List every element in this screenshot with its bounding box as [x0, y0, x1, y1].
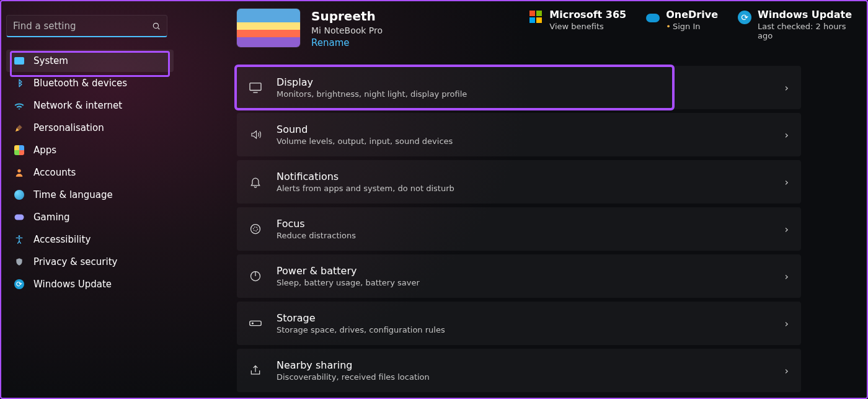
- personalisation-icon: [14, 122, 25, 133]
- nav-label: Privacy & security: [33, 256, 117, 267]
- chevron-right-icon: ›: [785, 271, 789, 282]
- svg-rect-11: [250, 321, 261, 325]
- svg-point-2: [17, 169, 20, 173]
- row-sub: Alerts from apps and system, do not dist…: [277, 184, 454, 193]
- svg-point-7: [251, 225, 260, 234]
- nav-accessibility[interactable]: Accessibility: [6, 228, 174, 251]
- row-storage[interactable]: StorageStorage space, drives, configurat…: [237, 302, 801, 345]
- nav-label: Gaming: [33, 212, 70, 223]
- chevron-right-icon: ›: [785, 176, 789, 188]
- device-info: Supreeth Mi NoteBook Pro Rename: [311, 9, 383, 48]
- device-model: Mi NoteBook Pro: [311, 25, 383, 35]
- display-icon: [248, 82, 263, 93]
- svg-line-1: [158, 27, 160, 29]
- search-box[interactable]: [6, 15, 167, 37]
- chevron-right-icon: ›: [785, 318, 789, 330]
- chevron-right-icon: ›: [785, 82, 789, 94]
- row-nearby-sharing[interactable]: Nearby sharingDiscoverability, received …: [237, 349, 801, 392]
- chevron-right-icon: ›: [785, 223, 789, 235]
- nav-list: System Bluetooth & devices Network & int…: [6, 50, 174, 295]
- onedrive-card[interactable]: OneDrive •Sign In: [646, 9, 727, 48]
- svg-rect-5: [250, 83, 261, 91]
- row-sub: Reduce distractions: [277, 231, 356, 240]
- row-title: Storage: [277, 312, 445, 324]
- nav-label: Personalisation: [33, 122, 104, 133]
- svg-rect-3: [15, 215, 24, 220]
- storage-icon: [248, 319, 263, 328]
- row-focus[interactable]: FocusReduce distractions ›: [237, 207, 801, 251]
- network-icon: [14, 100, 25, 111]
- system-icon: [14, 55, 25, 66]
- nav-accounts[interactable]: Accounts: [6, 161, 174, 184]
- row-sub: Discoverability, received files location: [277, 372, 430, 382]
- row-sub: Monitors, brightness, night light, displ…: [277, 89, 467, 99]
- card-title: OneDrive: [666, 9, 718, 20]
- nav-apps[interactable]: Apps: [6, 139, 174, 161]
- row-title: Focus: [277, 218, 356, 230]
- nav-system[interactable]: System: [6, 50, 174, 72]
- windows-update-icon: ⟳: [14, 279, 25, 290]
- row-sound[interactable]: SoundVolume levels, output, input, sound…: [237, 113, 801, 156]
- nav-label: System: [33, 55, 68, 66]
- svg-point-12: [252, 323, 254, 324]
- windows-update-card[interactable]: ⟳ Windows Update Last checked: 2 hours a…: [738, 9, 859, 48]
- card-title: Windows Update: [758, 9, 851, 20]
- sidebar: System Bluetooth & devices Network & int…: [6, 15, 174, 295]
- search-icon: [152, 22, 161, 30]
- search-input[interactable]: [13, 20, 149, 32]
- rename-link[interactable]: Rename: [311, 37, 383, 48]
- row-title: Notifications: [277, 171, 454, 182]
- notifications-icon: [248, 176, 263, 188]
- nav-label: Time & language: [33, 189, 113, 200]
- nav-label: Apps: [33, 145, 56, 156]
- row-sub: Storage space, drives, configuration rul…: [277, 325, 445, 334]
- ms365-icon: [529, 11, 543, 24]
- svg-point-4: [19, 235, 20, 237]
- row-title: Nearby sharing: [277, 359, 430, 371]
- card-title: Microsoft 365: [549, 9, 626, 20]
- row-power-battery[interactable]: Power & batterySleep, battery usage, bat…: [237, 254, 801, 298]
- card-sub: View benefits: [549, 22, 626, 31]
- nav-label: Accounts: [33, 167, 76, 178]
- nav-label: Network & internet: [33, 100, 122, 111]
- nav-time-language[interactable]: Time & language: [6, 184, 174, 206]
- card-sub: Last checked: 2 hours ago: [758, 22, 851, 40]
- row-sub: Volume levels, output, input, sound devi…: [277, 137, 453, 146]
- chevron-right-icon: ›: [785, 365, 789, 377]
- nav-gaming[interactable]: Gaming: [6, 206, 174, 228]
- nav-privacy-security[interactable]: Privacy & security: [6, 251, 174, 273]
- accounts-icon: [14, 167, 25, 178]
- gaming-icon: [14, 212, 25, 223]
- nav-windows-update[interactable]: ⟳ Windows Update: [6, 273, 174, 295]
- bluetooth-icon: [14, 78, 25, 89]
- row-sub: Sleep, battery usage, battery saver: [277, 278, 420, 287]
- privacy-icon: [14, 256, 25, 267]
- power-icon: [248, 270, 263, 282]
- row-title: Power & battery: [277, 265, 420, 277]
- device-thumbnail: [237, 9, 300, 47]
- onedrive-icon: [646, 11, 660, 24]
- nav-personalisation[interactable]: Personalisation: [6, 117, 174, 139]
- header: Supreeth Mi NoteBook Pro Rename Microsof…: [237, 9, 859, 48]
- apps-icon: [14, 145, 25, 156]
- nav-label: Bluetooth & devices: [33, 78, 127, 89]
- time-language-icon: [14, 189, 25, 200]
- row-notifications[interactable]: NotificationsAlerts from apps and system…: [237, 160, 801, 204]
- microsoft-365-card[interactable]: Microsoft 365 View benefits: [529, 9, 635, 48]
- system-settings-list: DisplayMonitors, brightness, night light…: [237, 66, 801, 392]
- row-title: Display: [277, 76, 467, 88]
- nav-label: Accessibility: [33, 234, 91, 245]
- row-title: Sound: [277, 123, 453, 135]
- row-display[interactable]: DisplayMonitors, brightness, night light…: [237, 66, 801, 109]
- chevron-right-icon: ›: [785, 129, 789, 141]
- svg-point-0: [153, 23, 158, 28]
- sound-icon: [248, 129, 263, 140]
- nav-network-internet[interactable]: Network & internet: [6, 94, 174, 117]
- card-sub: •Sign In: [666, 22, 718, 31]
- svg-point-8: [254, 227, 258, 231]
- nav-bluetooth-devices[interactable]: Bluetooth & devices: [6, 72, 174, 94]
- focus-icon: [248, 223, 263, 235]
- nav-label: Windows Update: [33, 279, 112, 290]
- share-icon: [248, 364, 263, 377]
- accessibility-icon: [14, 234, 25, 245]
